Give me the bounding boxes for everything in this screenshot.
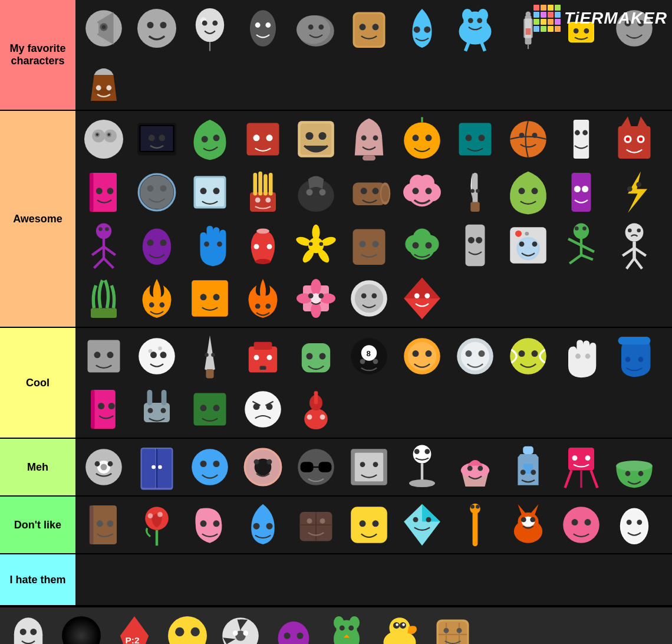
char-purple-stick bbox=[78, 219, 130, 271]
svg-point-301 bbox=[213, 461, 220, 467]
svg-point-248 bbox=[360, 359, 365, 364]
svg-point-119 bbox=[373, 188, 379, 194]
tier-row-cool: Cool bbox=[0, 328, 672, 439]
svg-point-190 bbox=[582, 226, 587, 231]
svg-point-235 bbox=[205, 353, 209, 357]
char-chocolate bbox=[290, 499, 342, 551]
svg-point-276 bbox=[200, 405, 207, 411]
svg-rect-107 bbox=[258, 172, 262, 196]
svg-point-345 bbox=[213, 520, 220, 527]
tier-label-dont-like: Don't like bbox=[0, 497, 75, 553]
svg-point-148 bbox=[147, 239, 154, 246]
svg-rect-337 bbox=[90, 505, 94, 544]
svg-point-111 bbox=[265, 198, 271, 203]
svg-point-229 bbox=[158, 347, 162, 351]
svg-point-124 bbox=[419, 175, 434, 190]
svg-point-298 bbox=[158, 465, 162, 469]
svg-point-322 bbox=[477, 466, 483, 471]
svg-point-227 bbox=[139, 338, 175, 374]
char-yellow-sq bbox=[343, 499, 395, 551]
char-coiny bbox=[396, 330, 448, 382]
char-marble bbox=[78, 113, 130, 165]
svg-point-392 bbox=[243, 630, 248, 636]
svg-line-187 bbox=[569, 255, 581, 264]
svg-marker-366 bbox=[518, 504, 525, 515]
svg-point-249 bbox=[373, 359, 378, 364]
char-megaphone bbox=[78, 2, 130, 54]
svg-line-144 bbox=[104, 258, 114, 268]
svg-point-331 bbox=[572, 455, 578, 461]
char-grass bbox=[78, 272, 130, 324]
svg-point-355 bbox=[373, 520, 379, 527]
svg-point-215 bbox=[318, 293, 324, 298]
svg-marker-136 bbox=[628, 172, 647, 213]
svg-point-5 bbox=[137, 9, 176, 48]
svg-point-372 bbox=[572, 519, 578, 525]
svg-rect-94 bbox=[90, 173, 94, 212]
svg-point-163 bbox=[319, 242, 324, 247]
svg-line-188 bbox=[581, 255, 593, 260]
svg-point-346 bbox=[253, 523, 260, 530]
svg-point-203 bbox=[200, 294, 207, 300]
char-orange-sq bbox=[184, 272, 236, 324]
svg-point-8 bbox=[196, 8, 224, 42]
char-green-clump bbox=[396, 219, 448, 271]
char-yellow-ball bbox=[162, 610, 213, 644]
svg-point-30 bbox=[468, 18, 473, 23]
svg-point-258 bbox=[510, 338, 546, 374]
tiermaker-logo: TiERMAKER bbox=[533, 5, 667, 32]
char-lime bbox=[502, 166, 554, 218]
char-laughy bbox=[290, 113, 342, 165]
svg-line-185 bbox=[568, 239, 581, 245]
svg-text:P:2: P:2 bbox=[126, 635, 140, 644]
char-cabinet bbox=[131, 441, 183, 493]
svg-rect-173 bbox=[466, 225, 485, 266]
char-pink-book2 bbox=[78, 383, 130, 435]
svg-point-117 bbox=[381, 185, 389, 202]
char-ice-cube bbox=[184, 166, 236, 218]
svg-rect-2 bbox=[91, 23, 98, 34]
char-flower-star bbox=[290, 219, 342, 271]
svg-point-64 bbox=[253, 134, 260, 141]
svg-rect-271 bbox=[147, 390, 153, 405]
svg-point-265 bbox=[638, 357, 644, 362]
svg-point-257 bbox=[479, 350, 485, 357]
svg-rect-323 bbox=[523, 446, 533, 454]
svg-point-201 bbox=[159, 303, 164, 308]
svg-point-343 bbox=[157, 512, 163, 517]
svg-point-375 bbox=[621, 510, 647, 543]
svg-point-226 bbox=[107, 351, 114, 358]
char-egg bbox=[608, 499, 660, 551]
svg-rect-133 bbox=[572, 173, 591, 212]
svg-rect-267 bbox=[91, 390, 95, 429]
svg-point-126 bbox=[426, 188, 432, 194]
svg-point-370 bbox=[530, 517, 535, 523]
char-green-run bbox=[555, 219, 607, 271]
svg-point-217 bbox=[355, 284, 383, 313]
svg-point-151 bbox=[217, 241, 222, 247]
svg-point-205 bbox=[255, 304, 261, 309]
svg-point-306 bbox=[267, 459, 272, 465]
svg-point-18 bbox=[308, 24, 314, 29]
char-radioactive bbox=[215, 610, 266, 644]
svg-point-369 bbox=[521, 517, 526, 523]
svg-line-195 bbox=[627, 258, 634, 269]
svg-point-239 bbox=[254, 355, 259, 360]
svg-point-417 bbox=[457, 628, 462, 633]
svg-point-174 bbox=[468, 237, 475, 244]
svg-point-110 bbox=[255, 198, 261, 203]
svg-point-172 bbox=[426, 242, 432, 249]
svg-point-240 bbox=[267, 355, 272, 360]
svg-point-406 bbox=[389, 617, 410, 638]
svg-point-134 bbox=[574, 186, 581, 192]
svg-point-71 bbox=[361, 135, 367, 140]
svg-rect-70 bbox=[363, 156, 375, 161]
svg-point-125 bbox=[413, 188, 419, 194]
svg-point-82 bbox=[532, 133, 538, 138]
svg-rect-234 bbox=[206, 369, 213, 378]
svg-point-38 bbox=[526, 11, 531, 17]
char-pink-ball bbox=[555, 499, 607, 551]
tier-label-my-fav: My favorite characters bbox=[0, 0, 75, 110]
svg-point-200 bbox=[149, 303, 154, 308]
svg-point-139 bbox=[96, 224, 111, 239]
